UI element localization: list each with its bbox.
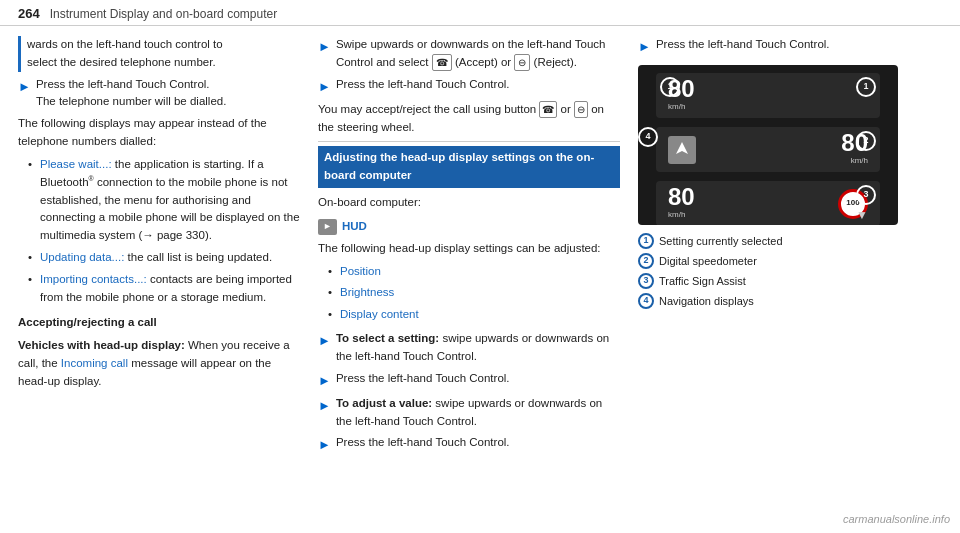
left-arrow-item-1: ► Press the left-hand Touch Control.The … (18, 76, 300, 112)
legend-list: 1 Setting currently selected 2 Digital s… (638, 233, 923, 310)
legend-num-1: 1 (638, 233, 654, 249)
may-accept-text: You may accept/reject the call using but… (318, 101, 620, 137)
instr-text-3: To adjust a value: swipe upwards or down… (336, 395, 620, 431)
bullet-link-2: Updating data...: (40, 251, 124, 263)
svg-marker-0 (676, 142, 688, 154)
on-board-label: On-board computer: (318, 194, 620, 212)
speed-row-3: 80 km/h 100 ▼ 3 (656, 181, 880, 225)
bullet-item-1: Please wait...: the application is start… (28, 156, 300, 245)
hud-image: 80 km/h 1 1 80 km/h (638, 65, 898, 225)
hud-setting-2: Brightness (328, 284, 620, 302)
instr-text-4: Press the left-hand Touch Control. (336, 434, 510, 452)
circle-3: 3 (856, 185, 876, 205)
circle-top-left: 1 (660, 77, 680, 97)
hud-image-inner: 80 km/h 1 1 80 km/h (638, 65, 898, 225)
divider1 (318, 141, 620, 142)
chevron-down-icon: ▼ (856, 206, 868, 225)
arrow-icon-instr2: ► (318, 371, 331, 391)
arrow-icon-instr3: ► (318, 396, 331, 416)
nav-arrow-icon (668, 136, 696, 164)
circle-4: 4 (638, 127, 658, 147)
legend-text-4: Navigation displays (659, 293, 754, 310)
bullet-item-2: Updating data...: the call list is being… (28, 249, 300, 267)
legend-num-4: 4 (638, 293, 654, 309)
legend-item-3: 3 Traffic Sign Assist (638, 273, 923, 290)
speed-unit-2: km/h (851, 155, 868, 167)
right-arrow-text-1: Press the left-hand Touch Control. (656, 36, 830, 54)
brightness-link: Brightness (340, 286, 394, 298)
arrow-icon-mid2: ► (318, 77, 331, 97)
speed-row-1: 80 km/h 1 1 (656, 73, 880, 118)
speed-unit-3: km/h (668, 209, 685, 221)
page-number: 264 (18, 6, 40, 21)
hud-section-heading: Adjusting the head-up display settings o… (318, 146, 620, 188)
legend-text-3: Traffic Sign Assist (659, 273, 746, 290)
left-arrow-text-1: Press the left-hand Touch Control.The te… (36, 76, 227, 112)
mid-arrow-1: ► Swipe upwards or downwards on the left… (318, 36, 620, 72)
bullet-rest-2: the call list is being updated. (128, 251, 272, 263)
speed-val-3-container: 80 km/h (668, 185, 695, 221)
incoming-call-link[interactable]: Incoming call (61, 357, 128, 369)
bullet-rest-1: the application is starting. If a Blueto… (40, 158, 300, 241)
bullet-link-3: Importing contacts...: (40, 273, 147, 285)
intro-block: wards on the left-hand touch control to … (18, 36, 300, 72)
speed-val-3: 80 (668, 185, 695, 209)
mid-instr-3: ► To adjust a value: swipe upwards or do… (318, 395, 620, 431)
mid-arrow-text-2: Press the left-hand Touch Control. (336, 76, 510, 94)
circle-1: 1 (856, 77, 876, 97)
bullet-link-1: Please wait...: (40, 158, 112, 170)
circle-2: 2 (856, 131, 876, 151)
mid-instr-1: ► To select a setting: swipe upwards or … (318, 330, 620, 366)
mid-arrow-2: ► Press the left-hand Touch Control. (318, 76, 620, 97)
legend-text-1: Setting currently selected (659, 233, 783, 250)
speed-unit-1: km/h (668, 101, 685, 113)
mid-column: ► Swipe upwards or downwards on the left… (318, 36, 638, 527)
arrow-icon-1: ► (18, 77, 31, 97)
mid-arrow-text-1: Swipe upwards or downwards on the left-h… (336, 36, 620, 72)
legend-item-1: 1 Setting currently selected (638, 233, 923, 250)
vehicles-heading: Vehicles with head-up display: (18, 339, 185, 351)
legend-item-4: 4 Navigation displays (638, 293, 923, 310)
content-area: wards on the left-hand touch control to … (0, 26, 960, 527)
display-content-link: Display content (340, 308, 419, 320)
hud-setting-1: Position (328, 263, 620, 281)
arrow-icon-right1: ► (638, 37, 651, 57)
intro-line2: select the desired telephone number. (27, 56, 216, 68)
vehicles-para: Vehicles with head-up display: When you … (18, 337, 300, 390)
speed-row-2: 80 km/h 2 (656, 127, 880, 172)
mid-instr-4: ► Press the left-hand Touch Control. (318, 434, 620, 455)
watermark: carmanualsonline.info (843, 513, 950, 525)
hud-settings-list: Position Brightness Display content (318, 263, 620, 324)
instr-text-2: Press the left-hand Touch Control. (336, 370, 510, 388)
bullet-list: Please wait...: the application is start… (18, 156, 300, 307)
position-link: Position (340, 265, 381, 277)
following-text: The following displays may appear instea… (18, 115, 300, 151)
following-hud-text: The following head-up display settings c… (318, 240, 620, 258)
instr-text-1: To select a setting: swipe upwards or do… (336, 330, 620, 366)
accepting-heading: Accepting/rejecting a call (18, 314, 300, 332)
page-container: 264 Instrument Display and on-board comp… (0, 0, 960, 533)
arrow-icon-instr1: ► (318, 331, 331, 351)
hud-setting-3: Display content (328, 306, 620, 324)
bullet-item-3: Importing contacts...: contacts are bein… (28, 271, 300, 307)
legend-item-2: 2 Digital speedometer (638, 253, 923, 270)
page-header: 264 Instrument Display and on-board comp… (0, 0, 960, 26)
hud-label: HUD (342, 218, 367, 236)
arrow-icon-instr4: ► (318, 435, 331, 455)
legend-num-2: 2 (638, 253, 654, 269)
mid-instr-2: ► Press the left-hand Touch Control. (318, 370, 620, 391)
page-title: Instrument Display and on-board computer (50, 7, 277, 21)
left-column: wards on the left-hand touch control to … (18, 36, 318, 527)
legend-text-2: Digital speedometer (659, 253, 757, 270)
right-column: ► Press the left-hand Touch Control. 80 … (638, 36, 923, 527)
hud-menu-item: ► HUD (318, 218, 367, 236)
arrow-icon-mid1: ► (318, 37, 331, 57)
intro-line1: wards on the left-hand touch control to (27, 38, 223, 50)
right-arrow-1: ► Press the left-hand Touch Control. (638, 36, 923, 57)
hud-icon: ► (318, 219, 337, 235)
legend-num-3: 3 (638, 273, 654, 289)
